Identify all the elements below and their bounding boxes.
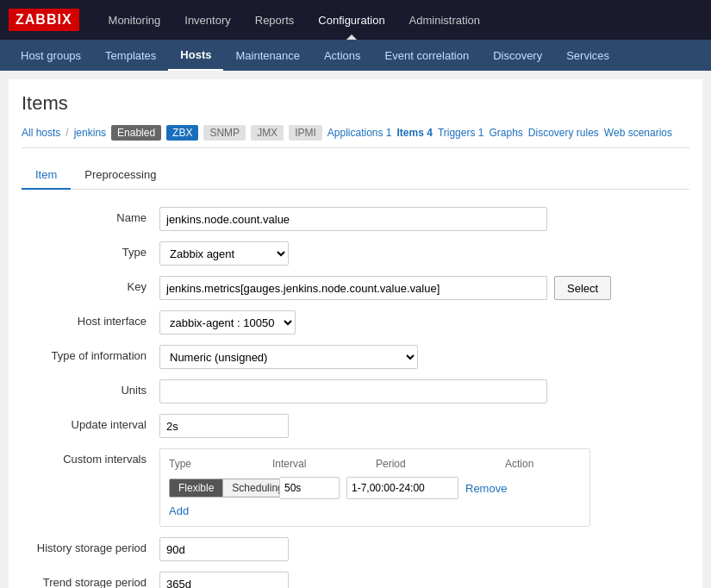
- update-interval-input[interactable]: [159, 414, 289, 438]
- breadcrumb-host[interactable]: jenkins: [74, 127, 106, 139]
- subnav-services[interactable]: Services: [554, 40, 621, 71]
- update-interval-row: Update interval: [22, 414, 689, 438]
- units-label: Units: [22, 379, 159, 397]
- flexible-button[interactable]: Flexible: [169, 479, 223, 497]
- filter-enabled[interactable]: Enabled: [111, 125, 161, 141]
- breadcrumb-all-hosts[interactable]: All hosts: [22, 127, 60, 139]
- sub-nav: Host groups Templates Hosts Maintenance …: [0, 40, 711, 71]
- form-tabs: Item Preprocessing: [22, 161, 689, 190]
- custom-intervals-control: Type Interval Period Action Flexible Sch…: [159, 448, 689, 527]
- filter-snmp[interactable]: SNMP: [203, 125, 246, 141]
- nav-reports[interactable]: Reports: [243, 0, 307, 40]
- ci-remove-button[interactable]: Remove: [465, 482, 507, 495]
- page-wrapper: ZABBIX Monitoring Inventory Reports Conf…: [0, 0, 711, 588]
- host-interface-control: zabbix-agent : 10050: [159, 310, 689, 335]
- custom-intervals-row: Custom intervals Type Interval Period Ac…: [22, 448, 689, 527]
- custom-intervals-label: Custom intervals: [22, 448, 159, 466]
- ci-interval-input[interactable]: [279, 477, 340, 499]
- key-input-row: Select: [159, 276, 689, 300]
- form-tab-item[interactable]: Item: [22, 161, 71, 190]
- logo: ZABBIX: [9, 9, 79, 31]
- tab-link-applications[interactable]: Applications 1: [327, 127, 392, 139]
- key-input[interactable]: [159, 276, 547, 300]
- name-input[interactable]: [159, 207, 547, 231]
- breadcrumb-bar: All hosts / jenkins Enabled ZBX SNMP JMX…: [22, 125, 689, 148]
- ci-add-button[interactable]: Add: [169, 504, 189, 517]
- tab-link-discovery-rules[interactable]: Discovery rules: [528, 127, 599, 139]
- nav-monitoring[interactable]: Monitoring: [97, 0, 173, 40]
- top-nav-items: Monitoring Inventory Reports Configurati…: [97, 0, 492, 40]
- filter-jmx[interactable]: JMX: [251, 125, 284, 141]
- subnav-event-correlation[interactable]: Event correlation: [373, 40, 482, 71]
- trend-storage-row: Trend storage period: [22, 572, 689, 588]
- tab-link-graphs[interactable]: Graphs: [489, 127, 522, 139]
- host-interface-select[interactable]: zabbix-agent : 10050: [159, 310, 296, 335]
- name-control: [159, 207, 689, 231]
- custom-intervals-table: Type Interval Period Action Flexible Sch…: [159, 448, 590, 527]
- trend-storage-label: Trend storage period: [22, 572, 159, 588]
- ci-period-input[interactable]: [346, 477, 458, 499]
- breadcrumb-separator: /: [65, 127, 68, 139]
- top-nav: ZABBIX Monitoring Inventory Reports Conf…: [0, 0, 711, 40]
- trend-storage-control: [159, 572, 689, 588]
- type-row: Type Zabbix agent Zabbix agent (active) …: [22, 241, 689, 266]
- units-row: Units: [22, 379, 689, 403]
- subnav-templates[interactable]: Templates: [93, 40, 168, 71]
- history-storage-label: History storage period: [22, 537, 159, 554]
- page-content: Items All hosts / jenkins Enabled ZBX SN…: [9, 79, 702, 588]
- ci-header-period: Period: [376, 458, 505, 470]
- key-row: Key Select: [22, 276, 689, 300]
- type-of-info-row: Type of information Numeric (unsigned) N…: [22, 345, 689, 369]
- key-label: Key: [22, 276, 159, 293]
- nav-administration[interactable]: Administration: [397, 0, 492, 40]
- filter-ipmi[interactable]: IPMI: [289, 125, 322, 141]
- type-of-info-select[interactable]: Numeric (unsigned) Numeric (float) Chara…: [159, 345, 418, 369]
- type-of-info-label: Type of information: [22, 345, 159, 362]
- type-select[interactable]: Zabbix agent Zabbix agent (active) Simpl…: [159, 241, 289, 266]
- name-label: Name: [22, 207, 159, 224]
- tab-link-web-scenarios[interactable]: Web scenarios: [604, 127, 672, 139]
- type-label: Type: [22, 241, 159, 259]
- history-storage-row: History storage period: [22, 537, 689, 561]
- nav-configuration[interactable]: Configuration: [306, 0, 396, 40]
- tab-link-triggers[interactable]: Triggers 1: [438, 127, 484, 139]
- subnav-maintenance[interactable]: Maintenance: [223, 40, 311, 71]
- update-interval-label: Update interval: [22, 414, 159, 431]
- ci-header-action: Action: [505, 458, 581, 470]
- subnav-host-groups[interactable]: Host groups: [9, 40, 93, 71]
- name-row: Name: [22, 207, 689, 231]
- page-title: Items: [22, 92, 689, 115]
- type-control: Zabbix agent Zabbix agent (active) Simpl…: [159, 241, 689, 266]
- units-control: [159, 379, 689, 403]
- trend-storage-input[interactable]: [159, 572, 289, 588]
- subnav-hosts[interactable]: Hosts: [168, 40, 223, 71]
- key-select-button[interactable]: Select: [554, 276, 611, 300]
- ci-header-interval: Interval: [272, 458, 376, 470]
- update-interval-control: [159, 414, 689, 438]
- units-input[interactable]: [159, 379, 547, 403]
- nav-inventory[interactable]: Inventory: [172, 0, 242, 40]
- ci-row-1: Flexible Scheduling Remove: [169, 477, 581, 499]
- filter-zbx[interactable]: ZBX: [166, 125, 198, 141]
- ci-header-type: Type: [169, 458, 272, 470]
- form-tab-preprocessing[interactable]: Preprocessing: [71, 161, 170, 190]
- history-storage-control: [159, 537, 689, 561]
- tab-link-items[interactable]: Items 4: [397, 127, 433, 139]
- host-interface-label: Host interface: [22, 310, 159, 328]
- type-of-info-control: Numeric (unsigned) Numeric (float) Chara…: [159, 345, 689, 369]
- ci-header: Type Interval Period Action: [169, 458, 581, 470]
- subnav-discovery[interactable]: Discovery: [481, 40, 554, 71]
- history-storage-input[interactable]: [159, 537, 289, 561]
- host-interface-row: Host interface zabbix-agent : 10050: [22, 310, 689, 335]
- key-control: Select: [159, 276, 689, 300]
- form-area: Name Type Zabbix agent Zabbix agent (act…: [22, 207, 689, 588]
- subnav-actions[interactable]: Actions: [312, 40, 373, 71]
- ci-type-buttons: Flexible Scheduling: [169, 479, 272, 497]
